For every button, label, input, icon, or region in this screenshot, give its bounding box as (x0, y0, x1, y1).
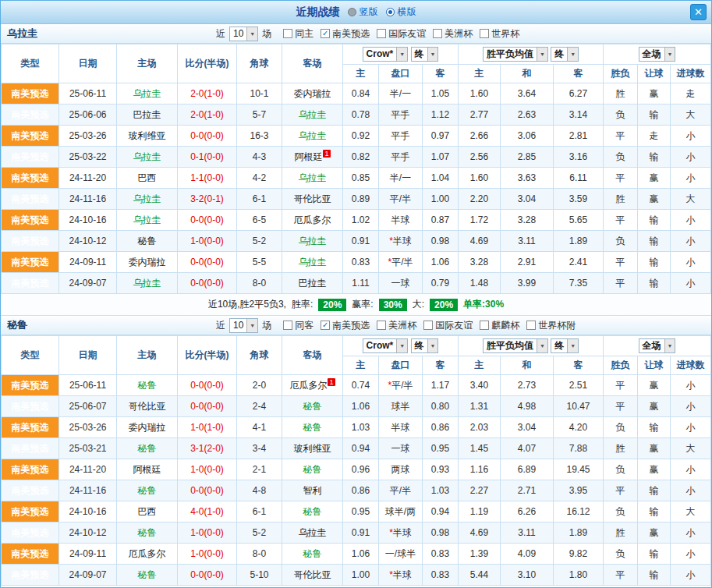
handicap-result-cell: 输 (638, 544, 671, 565)
layout-horizontal-radio[interactable]: 横版 (386, 5, 416, 19)
result-cell: 胜 (604, 83, 638, 104)
unchecked-checkbox-icon[interactable] (377, 321, 386, 330)
asian-odds-time-value: 终 (415, 339, 424, 352)
bookmaker-select[interactable]: Crow*▼ (363, 338, 409, 353)
team-name: 乌拉圭 (133, 278, 161, 289)
win-odds-cell: 3.40 (459, 375, 501, 396)
europe-odds-select[interactable]: 胜平负均值▼ (483, 47, 548, 62)
unchecked-checkbox-icon[interactable] (526, 321, 536, 330)
corner-cell: 8-0 (237, 273, 282, 294)
competition-checkbox[interactable]: 世界杯 (480, 27, 519, 41)
bookmaker-select-value: Crow* (367, 48, 394, 59)
competition-checkbox[interactable]: ✓南美预选 (321, 319, 370, 332)
unchecked-checkbox-icon[interactable] (283, 321, 292, 330)
asian-odds-time-select[interactable]: 终▼ (411, 338, 439, 353)
competition-checkbox[interactable]: 美洲杯 (377, 319, 416, 332)
radio-selected-icon[interactable] (386, 8, 395, 16)
unchecked-checkbox-icon[interactable] (423, 321, 433, 330)
match-row: 南美预选25-03-26玻利维亚0-0(0-0)16-3乌拉圭0.92平手0.9… (2, 126, 711, 147)
recent-count-select[interactable]: 10▼ (229, 318, 258, 333)
match-date-cell: 25-03-26 (59, 126, 117, 147)
home-team-cell: 秘鲁 (117, 375, 178, 396)
competition-checkbox[interactable]: 国际友谊 (423, 319, 473, 332)
scope-select[interactable]: 全场▼ (639, 338, 676, 353)
corner-cell: 6-1 (237, 189, 282, 210)
handicap-star: * (389, 527, 393, 538)
score-cell: 0-0(0-0) (178, 252, 237, 273)
europe-odds-select[interactable]: 胜平负均值▼ (483, 338, 548, 353)
match-row: 南美预选24-10-12秘鲁1-0(0-0)5-2乌拉圭0.91*半球0.984… (2, 522, 711, 544)
win-odds-cell: 1.60 (459, 83, 501, 104)
lose-odds-cell: 3.95 (554, 480, 604, 501)
competition-checkbox[interactable]: 国际友谊 (377, 27, 426, 41)
draw-odds-cell: 6.89 (501, 459, 554, 480)
match-type-cell: 南美预选 (2, 126, 59, 147)
team-name: 乌拉圭 (299, 527, 327, 538)
unchecked-checkbox-icon[interactable] (377, 29, 386, 38)
uruguay-table: 类型 日期 主场 比分(半场) 角球 客场 Crow*▼ 终▼ 胜平负均值▼ 终… (1, 44, 711, 294)
competition-checkbox[interactable]: 麒麟杯 (480, 319, 519, 332)
layout-vertical-radio[interactable]: 竖版 (348, 5, 378, 19)
match-date-cell: 24-11-20 (59, 459, 117, 480)
competition-checkbox[interactable]: ✓南美预选 (321, 27, 370, 41)
handicap-result-cell: 输 (638, 501, 671, 522)
chevron-down-icon: ▼ (427, 48, 438, 61)
europe-odds-time-select[interactable]: 终▼ (551, 47, 579, 62)
score-cell: 0-0(0-0) (178, 273, 237, 294)
score-cell: 1-0(0-0) (178, 522, 237, 544)
team-name: 委内瑞拉 (294, 88, 331, 99)
competition-checkbox[interactable]: 世界杯附 (526, 319, 576, 332)
asia-away-odds-cell: 0.98 (423, 522, 459, 544)
competition-checkbox[interactable]: 美洲杯 (433, 27, 473, 41)
match-date-cell: 24-10-16 (59, 210, 117, 231)
match-row: 南美预选24-11-20巴西1-1(0-0)4-2乌拉圭0.85半/一1.041… (2, 168, 711, 189)
lose-odds-cell: 3.59 (554, 189, 604, 210)
chevron-down-icon: ▼ (664, 48, 675, 61)
scope-filter-cell: 全场▼ (604, 336, 711, 356)
match-type-cell: 南美预选 (2, 273, 59, 294)
radio-unselected-icon[interactable] (348, 8, 356, 16)
result-cell: 平 (604, 565, 638, 586)
competition-checkbox[interactable]: 同主 (283, 27, 313, 41)
corner-cell: 3-4 (237, 438, 282, 459)
match-type-cell: 南美预选 (2, 231, 59, 252)
away-team-cell: 阿根廷1 (282, 147, 343, 168)
col-away: 客场 (282, 44, 343, 83)
goals-result-cell: 小 (671, 459, 711, 480)
match-type-cell: 南美预选 (2, 210, 59, 231)
corner-cell: 5-2 (237, 522, 282, 544)
scope-filter-cell: 全场▼ (604, 44, 711, 65)
handicap-cell: 平/半 (379, 189, 423, 210)
uruguay-team-title: 乌拉圭 (7, 27, 216, 41)
handicap-star: * (388, 257, 391, 267)
score-cell: 0-0(0-0) (178, 396, 237, 417)
checked-checkbox-icon[interactable]: ✓ (321, 321, 330, 330)
unchecked-checkbox-icon[interactable] (433, 29, 442, 38)
competition-checkbox[interactable]: 同客 (283, 319, 313, 332)
close-button[interactable]: ✕ (690, 4, 707, 20)
handicap-star: * (389, 236, 393, 246)
match-type-cell: 南美预选 (2, 417, 59, 438)
asia-away-odds-cell: 1.00 (423, 189, 459, 210)
match-date-cell: 25-03-22 (59, 147, 117, 168)
recent-count-select[interactable]: 10▼ (229, 27, 258, 41)
result-cell: 负 (604, 544, 638, 565)
asian-odds-time-select[interactable]: 终▼ (411, 47, 439, 62)
europe-odds-time-select[interactable]: 终▼ (551, 338, 579, 353)
uruguay-section-header: 乌拉圭 近 10▼ 场 同主✓南美预选国际友谊美洲杯世界杯 (1, 24, 711, 44)
handicap-cell: *半球 (379, 565, 423, 586)
handicap-star: * (388, 380, 391, 391)
score-cell: 1-0(0-0) (178, 231, 237, 252)
handicap-star: * (389, 569, 393, 580)
unchecked-checkbox-icon[interactable] (480, 29, 489, 38)
unchecked-checkbox-icon[interactable] (283, 29, 292, 38)
checked-checkbox-icon[interactable]: ✓ (321, 29, 330, 38)
bookmaker-select[interactable]: Crow*▼ (363, 47, 409, 62)
scope-select[interactable]: 全场▼ (639, 47, 676, 62)
result-cell: 负 (604, 501, 638, 522)
home-team-cell: 哥伦比亚 (117, 396, 178, 417)
col-home: 主场 (117, 44, 178, 83)
recent-count-value: 10 (233, 320, 243, 331)
unchecked-checkbox-icon[interactable] (480, 321, 489, 330)
subcol-asia-away: 客 (423, 65, 459, 83)
